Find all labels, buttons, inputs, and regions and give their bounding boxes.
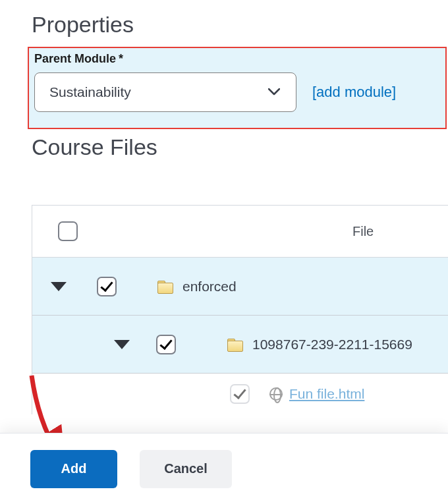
parent-module-select[interactable]: Sustainability	[34, 72, 296, 112]
properties-heading: Properties	[0, 0, 448, 47]
add-module-link[interactable]: [add module]	[312, 84, 396, 101]
globe-icon	[269, 387, 283, 401]
chevron-down-icon	[268, 88, 280, 96]
parent-module-label: Parent Module *	[34, 52, 440, 66]
parent-module-value: Sustainability	[49, 84, 131, 100]
row-checkbox[interactable]	[97, 277, 117, 296]
required-asterisk: *	[119, 52, 123, 66]
folder-icon	[157, 281, 173, 293]
expand-toggle-icon[interactable]	[51, 282, 67, 291]
course-files-heading: Course Files	[0, 129, 448, 160]
table-row: enforced	[32, 258, 448, 316]
file-table: File enforced 1098767-239-2211-15669 Fun…	[32, 205, 448, 414]
select-all-checkbox[interactable]	[58, 221, 78, 241]
table-row: 1098767-239-2211-15669	[32, 316, 448, 374]
table-row: Fun file.html	[32, 374, 448, 414]
parent-module-section: Parent Module * Sustainability [add modu…	[28, 47, 447, 129]
row-checkbox[interactable]	[230, 384, 250, 404]
parent-module-label-text: Parent Module	[34, 52, 116, 66]
folder-icon	[227, 339, 243, 350]
file-column-header: File	[352, 224, 374, 239]
footer: Add Cancel	[0, 433, 448, 504]
cancel-button[interactable]: Cancel	[140, 450, 232, 488]
row-label: 1098767-239-2211-15669	[252, 337, 412, 352]
add-button[interactable]: Add	[30, 450, 117, 488]
row-checkbox[interactable]	[156, 335, 176, 354]
file-link[interactable]: Fun file.html	[289, 386, 364, 402]
table-header-row: File	[32, 205, 448, 258]
expand-toggle-icon[interactable]	[114, 340, 130, 349]
row-label: enforced	[182, 279, 237, 294]
